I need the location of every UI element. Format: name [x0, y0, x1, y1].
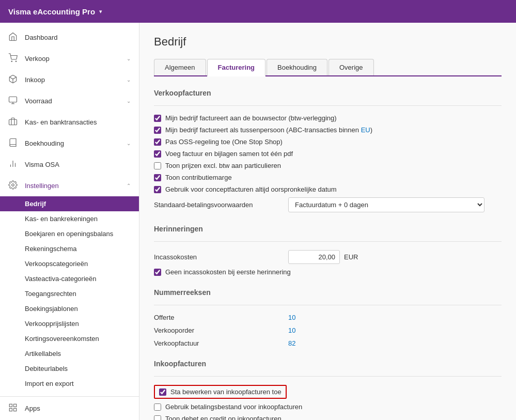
top-header: Visma eAccounting Pro ▾: [0, 0, 516, 23]
eu-link[interactable]: EU: [361, 126, 370, 134]
sidebar-sub-item-kortingsovereenkomsten[interactable]: Kortingsovereenkomsten: [0, 331, 139, 346]
checkbox-contributiemarge[interactable]: [154, 174, 161, 181]
checkbox-bewerken[interactable]: [159, 388, 166, 396]
highlighted-bewerken: Sta bewerken van inkoopfacturen toe: [154, 385, 287, 399]
sidebar-sub-item-verkoopcategorieen[interactable]: Verkoopscategorieën: [0, 256, 139, 271]
sidebar-item-voorraad[interactable]: Voorraad ⌄: [0, 90, 139, 112]
nummerreeks-verkooporder-value[interactable]: 10: [288, 326, 295, 334]
sidebar-sub-item-artikellabels[interactable]: Artikellabels: [0, 346, 139, 361]
svg-point-1: [15, 61, 17, 62]
checkbox-contributiemarge-label: Toon contributiemarge: [165, 174, 232, 181]
sidebar-item-boekhouding[interactable]: Boekhouding ⌄: [0, 133, 139, 154]
checkbox-tussenpersoon-row: Mijn bedrijf factureert als tussenpersoo…: [154, 126, 502, 134]
sidebar-sub-item-verkoopprijslijsten[interactable]: Verkoopprijslijsten: [0, 316, 139, 331]
svg-point-10: [12, 184, 14, 186]
section-verkoopfacturen: Verkoopfacturen Mijn bedrijf factureert …: [154, 89, 502, 212]
app-dropdown-icon[interactable]: ▾: [99, 8, 102, 15]
checkbox-tussenpersoon-label: Mijn bedrijf factureert als tussenpersoo…: [165, 126, 372, 134]
checkbox-bewerken-label: Sta bewerken van inkoopfacturen toe: [170, 388, 282, 396]
geen-incasso-label: Geen incassokosten bij eerste herinnerin…: [165, 268, 291, 276]
apps-icon: [8, 403, 20, 414]
sidebar-bottom-apps[interactable]: Apps: [0, 396, 139, 420]
sidebar-sub-item-boekingsjablonen[interactable]: Boekingsjablonen: [0, 301, 139, 316]
sidebar-label-verkoop: Verkoop: [25, 55, 127, 63]
section-nummerreeksen: Nummerreeksen Offerte 10 Verkooporder 10…: [154, 288, 502, 347]
checkbox-debet-credit[interactable]: [154, 415, 161, 421]
chevron-icon-inkoop: ⌄: [127, 77, 131, 83]
checkbox-oss[interactable]: [154, 138, 161, 146]
tab-algemeen[interactable]: Algemeen: [154, 59, 206, 75]
checkbox-prijzen-excl[interactable]: [154, 162, 161, 169]
nummerreeks-verkooporder-label: Verkooporder: [154, 326, 288, 334]
nummerreeks-offerte-label: Offerte: [154, 314, 288, 321]
checkbox-betalingsbestand-label: Gebruik betalingsbestand voor inkoopfact…: [165, 403, 302, 411]
checkbox-betalingsbestand[interactable]: [154, 403, 161, 411]
checkbox-bouwsector[interactable]: [154, 115, 161, 122]
checkbox-betalingsbestand-row: Gebruik betalingsbestand voor inkoopfact…: [154, 403, 502, 411]
sidebar-sub-item-toegangsrechten[interactable]: Toegangsrechten: [0, 286, 139, 301]
sidebar-sub-item-boekjaren[interactable]: Boekjaren en openingsbalans: [0, 226, 139, 241]
ledger-icon: [8, 138, 20, 149]
page-title: Bedrijf: [154, 35, 502, 49]
tab-boekhouding[interactable]: Boekhouding: [267, 59, 327, 75]
sidebar-item-verkoop[interactable]: Verkoop ⌄: [0, 48, 139, 69]
sidebar-sub-item-import-export[interactable]: Import en export: [0, 376, 139, 391]
section-title-nummerreeksen: Nummerreeksen: [154, 288, 502, 299]
sidebar-sub-item-vasteactiva[interactable]: Vasteactiva-categorieën: [0, 271, 139, 286]
tab-bar: Algemeen Facturering Boekhouding Overige: [154, 59, 502, 76]
chevron-icon-instellingen: ⌃: [127, 183, 131, 189]
sidebar-label-voorraad: Voorraad: [25, 97, 127, 105]
gear-icon: [8, 180, 20, 191]
sidebar-item-visma-osa[interactable]: Visma OSA: [0, 154, 139, 175]
checkbox-debet-credit-label: Toon debet en credit op inkoopfacturen: [165, 415, 282, 420]
sidebar-sub-item-debiteurlabels[interactable]: Debiteurlabels: [0, 361, 139, 376]
chevron-icon-verkoop: ⌄: [127, 56, 131, 61]
chevron-icon-voorraad: ⌄: [127, 98, 131, 104]
main-content: Bedrijf Algemeen Facturering Boekhouding…: [139, 23, 516, 420]
betalingsvoorwaarden-select[interactable]: Factuurdatum + 0 dagen: [288, 197, 484, 212]
section-title-inkoopfacturen: Inkoopfacturen: [154, 360, 502, 370]
incassokosten-row: Incassokosten EUR: [154, 250, 502, 264]
apps-label: Apps: [25, 405, 40, 412]
checkbox-conceptfacturen-row: Gebruik voor conceptfacturen altijd oors…: [154, 185, 502, 193]
betalingsvoorwaarden-label: Standaard-betalingsvoorwaarden: [154, 201, 288, 209]
inventory-icon: [8, 96, 20, 106]
sidebar-label-dashboard: Dashboard: [25, 34, 131, 41]
checkbox-tussenpersoon[interactable]: [154, 127, 161, 134]
sidebar-item-kasbank[interactable]: Kas- en banktransacties: [0, 112, 139, 133]
checkbox-debet-credit-row: Toon debet en credit op inkoopfacturen: [154, 415, 502, 420]
section-title-herinneringen: Herinneringen: [154, 225, 502, 235]
sidebar-item-inkoop[interactable]: Inkoop ⌄: [0, 69, 139, 90]
nummerreeks-verkoopfactuur-value[interactable]: 82: [288, 339, 295, 347]
sidebar-sub-item-bedrijf[interactable]: Bedrijf: [0, 196, 139, 211]
checkbox-bijlagen[interactable]: [154, 150, 161, 158]
checkbox-conceptfacturen[interactable]: [154, 186, 161, 193]
checkbox-prijzen-excl-label: Toon prijzen excl. btw aan particulieren: [165, 162, 281, 169]
checkbox-geen-incasso[interactable]: [154, 269, 161, 276]
incassokosten-currency: EUR: [344, 253, 358, 261]
sidebar-label-boekhouding: Boekhouding: [25, 139, 127, 147]
geen-incasso-row: Geen incassokosten bij eerste herinnerin…: [154, 268, 502, 276]
tab-overige[interactable]: Overige: [329, 59, 374, 75]
sidebar: Dashboard Verkoop ⌄ Inkoop ⌄: [0, 23, 139, 420]
sidebar-sub-item-rekeningschema[interactable]: Rekeningschema: [0, 241, 139, 256]
sidebar-item-instellingen[interactable]: Instellingen ⌃: [0, 175, 139, 196]
sidebar-item-dashboard[interactable]: Dashboard: [0, 27, 139, 48]
nummerreeks-offerte-value[interactable]: 10: [288, 314, 295, 321]
svg-rect-14: [14, 409, 17, 411]
app-title: Visma eAccounting Pro: [8, 7, 95, 16]
svg-rect-11: [9, 404, 12, 407]
sidebar-label-kasbank: Kas- en banktransacties: [25, 118, 131, 126]
home-icon: [8, 32, 20, 43]
nummerreeks-verkoopfactuur-row: Verkoopfactuur 82: [154, 339, 502, 347]
incassokosten-input[interactable]: [288, 250, 340, 264]
checkbox-bewerken-row: Sta bewerken van inkoopfacturen toe: [154, 385, 502, 399]
section-title-verkoopfacturen: Verkoopfacturen: [154, 89, 502, 99]
checkbox-contributiemarge-row: Toon contributiemarge: [154, 174, 502, 181]
betalingsvoorwaarden-row: Standaard-betalingsvoorwaarden Factuurda…: [154, 197, 502, 212]
sidebar-sub-item-kasbank[interactable]: Kas- en bankrekeningen: [0, 211, 139, 226]
checkbox-oss-label: Pas OSS-regeling toe (One Stop Shop): [165, 138, 283, 146]
tab-facturering[interactable]: Facturering: [207, 59, 266, 76]
svg-rect-13: [9, 409, 12, 411]
checkbox-prijzen-excl-row: Toon prijzen excl. btw aan particulieren: [154, 162, 502, 169]
